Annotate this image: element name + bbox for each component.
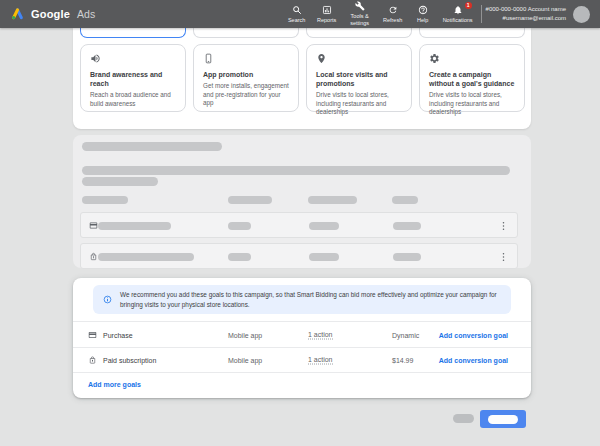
nav-refresh[interactable]: Refresh <box>383 5 403 24</box>
nav-help[interactable]: Help <box>413 5 433 24</box>
app-header: Google Ads Search <box>0 0 600 28</box>
goal-card-title: App promotion <box>203 70 289 79</box>
skeleton-text-line <box>82 177 158 186</box>
skeleton-cell <box>228 222 251 230</box>
goal-name: Purchase <box>103 331 133 338</box>
goal-card-partial[interactable] <box>306 28 412 38</box>
help-icon <box>418 5 428 15</box>
loading-section-panel <box>73 135 531 268</box>
recommended-goals-card: We recommend you add these goals to this… <box>73 278 531 398</box>
primary-action-label-skeleton <box>488 415 518 424</box>
goal-card-app-promotion[interactable]: App promotion Get more installs, engagem… <box>193 44 299 112</box>
subscription-bag-icon <box>88 356 97 365</box>
search-icon <box>292 5 302 15</box>
goal-name-cell: Purchase <box>88 330 133 339</box>
nav-notifications[interactable]: 1 Notifications <box>443 5 473 24</box>
skeleton-cell <box>98 222 171 230</box>
skeleton-cell <box>309 253 339 261</box>
goal-selection-panel: Brand awareness and reach Reach a broad … <box>73 28 531 129</box>
goal-card-partial[interactable] <box>193 28 299 38</box>
more-options-icon[interactable] <box>498 251 509 263</box>
credit-card-icon <box>88 330 97 339</box>
speaker-icon <box>90 53 176 64</box>
skeleton-text-line <box>82 166 510 175</box>
header-nav: Search Reports <box>287 1 473 26</box>
avatar[interactable] <box>573 6 590 23</box>
skeleton-goal-row-subscription <box>80 243 518 269</box>
goal-card-partial[interactable] <box>419 28 525 38</box>
more-options-icon[interactable] <box>498 220 509 232</box>
secondary-action-skeleton[interactable] <box>453 414 474 423</box>
goal-actions[interactable]: 1 action <box>308 356 333 365</box>
add-more-goals-link[interactable]: Add more goals <box>88 381 141 388</box>
goal-platform: Mobile app <box>228 331 262 338</box>
goal-actions[interactable]: 1 action <box>308 330 333 339</box>
brand-google-text: Google <box>31 8 70 20</box>
goal-card-brand-awareness[interactable]: Brand awareness and reach Reach a broad … <box>80 44 186 112</box>
wrench-icon <box>355 1 365 11</box>
notification-badge: 1 <box>465 2 472 9</box>
skeleton-column-header <box>308 196 357 204</box>
nav-tools-settings[interactable]: Tools & settings <box>347 1 373 26</box>
goal-card-description: Get more installs, engagement and pre-re… <box>203 82 289 108</box>
goals-table: Purchase Mobile app 1 action Dynamic Add… <box>73 321 531 373</box>
skeleton-cell <box>393 253 421 261</box>
skeleton-cell <box>309 222 339 230</box>
goal-card-partial-selected[interactable] <box>80 28 186 38</box>
location-pin-icon <box>316 53 402 64</box>
skeleton-goal-row-purchase <box>80 212 518 238</box>
nav-label: Help <box>417 17 428 24</box>
nav-search[interactable]: Search <box>287 5 307 24</box>
google-ads-campaign-setup-page: Google Ads Search <box>0 0 600 446</box>
nav-label: Search <box>288 17 305 24</box>
goal-name: Paid subscription <box>103 357 156 364</box>
nav-label: Notifications <box>443 17 473 24</box>
goal-row-purchase: Purchase Mobile app 1 action Dynamic Add… <box>73 321 531 347</box>
skeleton-column-header <box>82 196 128 204</box>
google-ads-logo[interactable]: Google Ads <box>10 7 95 21</box>
nav-label: Refresh <box>383 17 402 24</box>
add-conversion-goal-link[interactable]: Add conversion goal <box>439 357 508 364</box>
goal-card-title: Local store visits and promotions <box>316 70 402 88</box>
brand-ads-text: Ads <box>77 8 95 20</box>
add-conversion-goal-link[interactable]: Add conversion goal <box>439 331 508 338</box>
goal-card-description: Drive visits to local stores, including … <box>316 91 402 117</box>
skeleton-cell <box>98 253 194 261</box>
info-icon <box>103 295 112 304</box>
refresh-icon <box>388 5 398 15</box>
bell-icon <box>453 5 463 15</box>
gear-icon <box>429 53 515 64</box>
google-ads-triangle-icon <box>10 7 25 21</box>
subscription-bag-icon <box>89 252 98 261</box>
skeleton-section-title <box>82 142 222 151</box>
recommendation-banner: We recommend you add these goals to this… <box>93 285 511 314</box>
goal-card-no-goal-guidance[interactable]: Create a campaign without a goal's guida… <box>419 44 525 112</box>
skeleton-cell <box>393 222 421 230</box>
goal-card-description: Reach a broad audience and build awarene… <box>90 91 176 108</box>
goal-value: Dynamic <box>392 331 419 338</box>
goal-name-cell: Paid subscription <box>88 356 156 365</box>
goal-row-paid-subscription: Paid subscription Mobile app 1 action $1… <box>73 347 531 373</box>
nav-label: Tools & settings <box>347 13 373 26</box>
goal-platform: Mobile app <box>228 357 262 364</box>
goal-card-description: Drive visits to local stores, including … <box>429 91 515 117</box>
account-id-name: #000-000-0000 Account name <box>486 5 566 14</box>
skeleton-column-header <box>228 196 272 204</box>
skeleton-cell <box>228 253 251 261</box>
skeleton-column-header <box>392 196 418 204</box>
nav-reports[interactable]: Reports <box>317 5 337 24</box>
banner-text: We recommend you add these goals to this… <box>120 290 501 309</box>
nav-label: Reports <box>317 17 336 24</box>
primary-action-button[interactable] <box>480 410 526 428</box>
account-email: #username@email.com <box>486 14 566 23</box>
account-info[interactable]: #000-000-0000 Account name #username@ema… <box>486 5 566 22</box>
goal-card-title: Brand awareness and reach <box>90 70 176 88</box>
header-divider <box>481 5 482 23</box>
smartphone-icon <box>203 53 289 64</box>
credit-card-icon <box>89 221 98 230</box>
goal-value: $14.99 <box>392 357 413 364</box>
reports-icon <box>322 5 332 15</box>
goal-card-title: Create a campaign without a goal's guida… <box>429 70 515 88</box>
goal-card-local-store-visits[interactable]: Local store visits and promotions Drive … <box>306 44 412 112</box>
